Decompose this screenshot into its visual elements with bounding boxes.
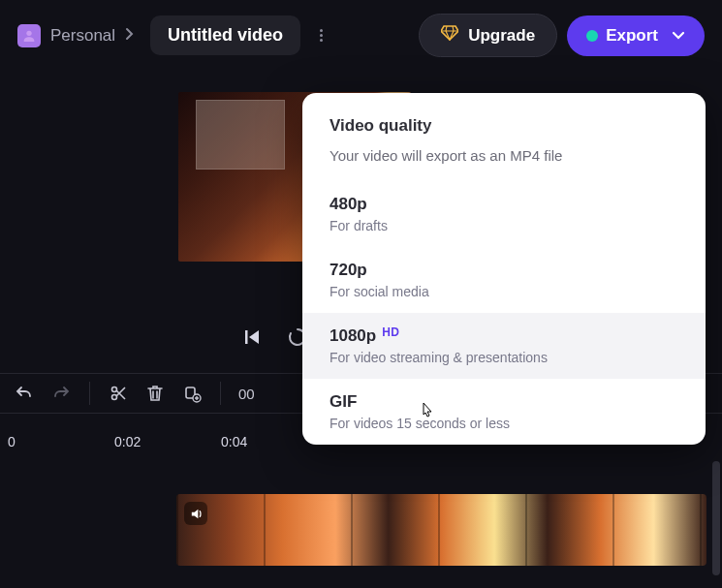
workspace-name[interactable]: Personal <box>50 26 115 46</box>
avatar[interactable] <box>17 24 41 47</box>
chevron-right-icon <box>125 27 135 45</box>
quality-option-480p[interactable]: 480p For drafts <box>302 181 706 247</box>
timeline-track[interactable] <box>176 494 706 566</box>
audio-toggle-button[interactable] <box>184 502 207 525</box>
ruler-tick: 0:02 <box>114 434 141 449</box>
scissors-button[interactable] <box>108 383 129 404</box>
quality-option-720p[interactable]: 720p For social media <box>302 247 706 313</box>
export-quality-popover: Video quality Your video will export as … <box>302 93 706 445</box>
user-icon <box>21 28 37 44</box>
app-header: Personal Untitled video Upgrade Export <box>0 0 722 53</box>
chevron-down-icon <box>672 26 685 46</box>
more-menu-button[interactable] <box>310 29 332 42</box>
timecode-display: 00 <box>238 386 255 402</box>
upgrade-button[interactable]: Upgrade <box>419 14 557 57</box>
toolbar-divider <box>89 382 90 405</box>
status-dot-icon <box>586 30 598 42</box>
popover-subtitle: Your video will export as an MP4 file <box>330 147 678 164</box>
export-button[interactable]: Export <box>567 15 705 56</box>
project-title[interactable]: Untitled video <box>150 15 300 55</box>
upgrade-label: Upgrade <box>468 26 535 46</box>
hd-badge: HD <box>382 325 399 339</box>
video-clip[interactable] <box>176 494 706 566</box>
ruler-tick: 0:04 <box>221 434 247 449</box>
playback-controls <box>242 326 308 352</box>
svg-rect-1 <box>245 330 248 344</box>
popover-title: Video quality <box>330 116 678 136</box>
ruler-tick: 0 <box>8 434 16 449</box>
duplicate-button[interactable] <box>181 383 203 404</box>
undo-button[interactable] <box>14 383 35 404</box>
quality-option-1080p[interactable]: 1080p HD For video streaming & presentat… <box>302 313 706 379</box>
timeline-scrollbar[interactable] <box>712 461 720 575</box>
redo-button[interactable] <box>50 383 72 404</box>
trash-button[interactable] <box>144 383 166 404</box>
quality-option-gif[interactable]: GIF For videos 15 seconds or less <box>302 379 706 445</box>
toolbar-divider <box>220 382 221 405</box>
export-label: Export <box>606 26 658 46</box>
pointer-cursor-icon <box>417 401 436 428</box>
skip-back-button[interactable] <box>242 327 262 351</box>
diamond-icon <box>441 25 458 46</box>
svg-point-0 <box>26 30 31 35</box>
